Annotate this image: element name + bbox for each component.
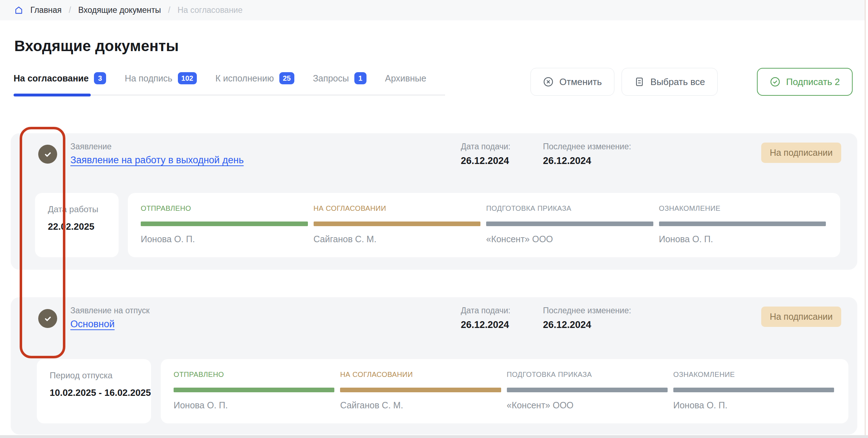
meta-label: Дата работы	[48, 204, 119, 214]
stage-acquaintance: ОЗНАКОМЛЕНИЕ Ионова О. П.	[673, 370, 834, 423]
workflow-stages-panel: ОТПРАВЛЕНО Ионова О. П. НА СОГЛАСОВАНИИ …	[161, 359, 848, 423]
modified-date-label: Последнее изменение:	[543, 142, 631, 151]
stage-label: ОТПРАВЛЕНО	[174, 370, 334, 379]
stage-person: Сайганов С. М.	[340, 400, 501, 410]
meta-label: Период отпуска	[50, 370, 151, 380]
stage-person: Сайганов С. М.	[314, 234, 481, 244]
window-right-edge	[865, 0, 865, 438]
stage-person: Ионова О. П.	[659, 234, 826, 244]
cancel-label: Отменить	[559, 76, 602, 88]
document-title-link[interactable]: Основной	[70, 319, 115, 330]
cancel-button[interactable]: Отменить	[530, 68, 614, 96]
tab-label: Архивные	[385, 73, 426, 84]
page-title: Входящие документы	[14, 38, 179, 55]
document-info: Заявление на отпуск Основной	[70, 306, 150, 330]
breadcrumb-item-incoming[interactable]: Входящие документы	[78, 5, 161, 15]
document-card: Заявление на отпуск Основной Дата подачи…	[11, 297, 857, 434]
document-type-label: Заявление	[70, 142, 244, 151]
circle-x-icon	[543, 76, 554, 87]
tab-zaprosy[interactable]: Запросы 1	[313, 72, 366, 84]
tab-na-podpis[interactable]: На подпись 102	[125, 72, 197, 84]
active-tab-indicator	[14, 94, 91, 96]
stage-progress-bar	[659, 222, 826, 226]
tab-count-badge: 3	[94, 72, 106, 84]
circle-check-icon	[770, 76, 780, 87]
breadcrumb-separator: /	[69, 5, 71, 15]
document-checkbox[interactable]	[38, 145, 57, 164]
tab-label: На согласование	[14, 73, 89, 84]
stage-person: «Консент» ООО	[486, 234, 653, 244]
stage-order-preparation: ПОДГОТОВКА ПРИКАЗА «Консент» ООО	[507, 370, 668, 423]
tab-label: К исполнению	[215, 73, 274, 84]
modified-date-label: Последнее изменение:	[543, 306, 631, 315]
document-type-label: Заявление на отпуск	[70, 306, 150, 315]
breadcrumb-separator: /	[168, 5, 170, 15]
stage-progress-bar	[486, 222, 653, 226]
tab-label: На подпись	[125, 73, 172, 84]
stage-label: НА СОГЛАСОВАНИИ	[314, 204, 481, 213]
breadcrumb: Главная / Входящие документы / На соглас…	[0, 0, 865, 20]
breadcrumb-item-home[interactable]: Главная	[30, 5, 62, 15]
tab-label: Запросы	[313, 73, 349, 84]
document-list-icon	[634, 76, 645, 87]
document-title-link[interactable]: Заявление на работу в выходной день	[70, 155, 244, 166]
modified-date-block: Последнее изменение: 26.12.2024	[543, 142, 631, 166]
tab-count-badge: 1	[354, 72, 366, 84]
sign-button[interactable]: Подписать 2	[757, 68, 853, 96]
stage-progress-bar	[673, 388, 834, 392]
stage-label: ОЗНАКОМЛЕНИЕ	[673, 370, 834, 379]
stage-label: ОТПРАВЛЕНО	[141, 204, 308, 213]
stage-label: НА СОГЛАСОВАНИИ	[340, 370, 501, 379]
stage-person: «Консент» ООО	[507, 400, 668, 410]
submit-date-value: 26.12.2024	[461, 319, 510, 330]
check-icon	[43, 314, 53, 323]
document-meta-panel: Период отпуска 10.02.2025 - 16.02.2025	[37, 359, 151, 423]
document-meta-panel: Дата работы 22.02.2025	[35, 193, 119, 257]
stage-person: Ионова О. П.	[141, 234, 308, 244]
meta-value: 22.02.2025	[48, 221, 119, 232]
sign-label: Подписать 2	[786, 76, 840, 88]
stage-approval: НА СОГЛАСОВАНИИ Сайганов С. М.	[314, 204, 481, 257]
stage-label: ОЗНАКОМЛЕНИЕ	[659, 204, 826, 213]
tab-arhivnye[interactable]: Архивные	[385, 73, 426, 84]
document-checkbox[interactable]	[38, 309, 57, 328]
stage-person: Ионова О. П.	[174, 400, 334, 410]
tab-k-ispolneniyu[interactable]: К исполнению 25	[215, 72, 294, 84]
home-icon[interactable]	[14, 6, 23, 15]
select-all-button[interactable]: Выбрать все	[622, 68, 718, 96]
app-window: Главная / Входящие документы / На соглас…	[0, 0, 868, 438]
stage-person: Ионова О. П.	[673, 400, 834, 410]
submit-date-block: Дата подачи: 26.12.2024	[461, 306, 510, 330]
select-all-label: Выбрать все	[650, 76, 705, 88]
check-icon	[43, 150, 53, 159]
tab-bar: На согласование 3 На подпись 102 К испол…	[14, 72, 426, 84]
breadcrumb-item-current: На согласование	[178, 5, 243, 15]
stage-approval: НА СОГЛАСОВАНИИ Сайганов С. М.	[340, 370, 501, 423]
document-card: Заявление Заявление на работу в выходной…	[11, 133, 857, 270]
meta-value: 10.02.2025 - 16.02.2025	[50, 387, 151, 398]
submit-date-label: Дата подачи:	[461, 142, 510, 151]
tab-na-soglasovanie[interactable]: На согласование 3	[14, 72, 106, 84]
status-badge: На подписании	[761, 307, 841, 327]
tab-count-badge: 25	[279, 72, 294, 84]
stage-sent: ОТПРАВЛЕНО Ионова О. П.	[174, 370, 334, 423]
stage-progress-bar	[174, 388, 334, 392]
modified-date-value: 26.12.2024	[543, 155, 631, 166]
workflow-stages-panel: ОТПРАВЛЕНО Ионова О. П. НА СОГЛАСОВАНИИ …	[128, 193, 840, 257]
stage-acquaintance: ОЗНАКОМЛЕНИЕ Ионова О. П.	[659, 204, 826, 257]
status-badge: На подписании	[761, 143, 841, 163]
stage-label: ПОДГОТОВКА ПРИКАЗА	[507, 370, 668, 379]
document-info: Заявление Заявление на работу в выходной…	[70, 142, 244, 166]
stage-progress-bar	[141, 222, 308, 226]
submit-date-label: Дата подачи:	[461, 306, 510, 315]
stage-progress-bar	[340, 388, 501, 392]
toolbar: Отменить Выбрать все Подписать 2	[530, 68, 853, 96]
window-bottom-edge	[0, 435, 868, 438]
tab-underline	[14, 94, 445, 96]
stage-sent: ОТПРАВЛЕНО Ионова О. П.	[141, 204, 308, 257]
stage-progress-bar	[507, 388, 668, 392]
modified-date-value: 26.12.2024	[543, 319, 631, 330]
stage-label: ПОДГОТОВКА ПРИКАЗА	[486, 204, 653, 213]
tab-count-badge: 102	[178, 72, 197, 84]
modified-date-block: Последнее изменение: 26.12.2024	[543, 306, 631, 330]
